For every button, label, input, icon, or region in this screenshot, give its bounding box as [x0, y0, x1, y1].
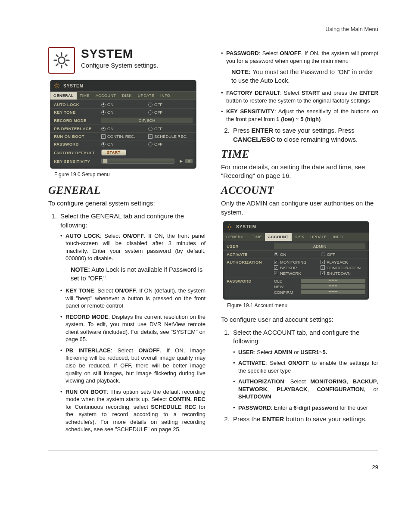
slider — [101, 159, 174, 164]
row-label: USER — [227, 244, 271, 249]
pwd-field: ****** — [301, 290, 365, 294]
row-label: AUTO LOCK — [54, 102, 99, 107]
note-auto-lock: NOTE: Auto Lock is not available if Pass… — [71, 266, 206, 283]
opt-on: ON — [107, 110, 113, 115]
row-label: RUN ON BOOT — [54, 134, 99, 139]
account-lead: To configure user and account settings: — [221, 315, 378, 324]
tab-disk: DISK — [119, 92, 135, 100]
pwd-field: ****** — [301, 284, 365, 289]
opt-off: OFF — [154, 110, 162, 115]
checkbox-icon — [321, 265, 325, 270]
opt-on: ON — [107, 142, 113, 146]
step-text: Select the ACCOUNT tab, and configure th… — [233, 329, 359, 345]
system-gear-icon — [48, 47, 75, 74]
bullet-key-tone: KEY TONE: Select ON/OFF. If ON (default)… — [60, 287, 206, 310]
key-sens-value: 0 — [185, 159, 193, 163]
gear-icon — [227, 224, 233, 230]
opt-off: OFF — [154, 102, 162, 107]
svg-line-7 — [58, 87, 59, 87]
auth-playback: PLAYBACK — [327, 260, 348, 264]
radio-icon — [274, 252, 278, 256]
auth-shutdown: SHUTDOWN — [327, 271, 351, 276]
auth-network: NETWORK — [280, 271, 301, 276]
row-label: KEY SENSITIVITY — [54, 159, 99, 164]
gear-icon — [54, 83, 60, 89]
row-label: FACTORY DEFAULT — [54, 150, 99, 155]
pwd-confirm-label: CONFIRM — [274, 290, 298, 295]
auth-config: CONFIGURATION — [327, 265, 361, 270]
opt-contin: CONTIN. REC. — [107, 134, 135, 139]
tab-update: UPDATE — [135, 92, 157, 100]
tab-time: TIME — [77, 92, 93, 100]
row-label: RECORD MODE — [54, 118, 99, 123]
row-label: PASSWORD — [227, 279, 271, 283]
radio-icon — [101, 103, 106, 107]
tab-update: UPDATE — [307, 233, 330, 241]
screenshot-tabs: GENERAL TIME ACCOUNT DISK UPDATE INFO — [50, 91, 196, 100]
start-button: START — [101, 149, 126, 156]
bullet-run-on-boot: RUN ON BOOT: This option sets the defaul… — [60, 388, 206, 433]
radio-icon — [148, 110, 153, 115]
row-label: PB DEINTERLACE — [54, 126, 99, 131]
svg-line-9 — [55, 87, 56, 87]
pwd-new-label: NEW — [274, 284, 298, 289]
note-password: NOTE: You must set the Password to "ON" … — [231, 68, 378, 85]
checkbox-icon — [321, 260, 325, 264]
radio-icon — [101, 142, 106, 146]
checkbox-icon — [274, 265, 278, 270]
radio-icon — [321, 252, 325, 256]
time-heading: TIME — [221, 148, 378, 160]
bullet-account-password: PASSWORD: Enter a 6-digit password for t… — [233, 404, 378, 412]
row-label: KEY TONE — [54, 110, 99, 115]
checkbox-icon — [101, 134, 106, 139]
running-header: Using the Main Menu — [48, 26, 378, 32]
opt-off: OFF — [154, 142, 162, 146]
figure-19-1-screenshot: SYSTEM GENERAL TIME ACCOUNT DISK UPDATE … — [223, 221, 369, 300]
svg-point-1 — [56, 84, 58, 87]
opt-schedule: SCHEDULE REC. — [154, 134, 187, 139]
account-intro: Only the ADMIN can configure user author… — [221, 199, 378, 217]
checkbox-icon — [274, 260, 278, 264]
bullet-user: USER: Select ADMIN or USER1~5. — [233, 348, 378, 356]
checkbox-icon — [148, 134, 153, 139]
radio-icon — [148, 103, 153, 107]
opt-on: ON — [280, 252, 286, 257]
account-heading: ACCOUNT — [221, 184, 378, 196]
figure-19-0-caption: Figure 19.0 Setup menu — [54, 171, 206, 177]
bullet-password: PASSWORD: Select ON/OFF. If ON, the syst… — [221, 50, 378, 65]
user-value: ADMIN — [274, 243, 365, 249]
time-body: For more details, on setting the date an… — [221, 163, 378, 180]
bullet-pb-interlace: PB INTERLACE: Select ON/OFF. If ON, imag… — [60, 347, 206, 385]
row-label: PASSWORD — [54, 142, 99, 146]
checkbox-icon — [321, 271, 325, 275]
row-label: ACTIVATE — [227, 252, 271, 257]
figure-19-0-screenshot: SYSTEM GENERAL TIME ACCOUNT DISK UPDATE … — [50, 80, 196, 169]
tab-account: ACCOUNT — [93, 92, 119, 100]
checkbox-icon — [274, 271, 278, 275]
general-step-2: Press ENTER to save your settings. Press… — [231, 126, 378, 144]
svg-point-10 — [228, 226, 230, 228]
system-heading: SYSTEM — [81, 47, 158, 61]
bullet-key-sensitivity: KEY SENSITIVITY: Adjust the sensitivity … — [221, 108, 378, 123]
tab-general: GENERAL — [50, 92, 77, 100]
opt-off: OFF — [154, 126, 162, 131]
tab-account: ACCOUNT — [265, 233, 292, 241]
screenshot-tabs: GENERAL TIME ACCOUNT DISK UPDATE INFO — [223, 233, 369, 241]
account-step-2: Press the ENTER button to save your sett… — [231, 415, 378, 423]
tab-info: INFO — [157, 92, 173, 100]
bullet-authorization: AUTHORIZATION: Select MONITORING, BACKUP… — [233, 378, 378, 401]
tab-disk: DISK — [292, 233, 308, 241]
general-heading: GENERAL — [48, 184, 206, 196]
pwd-old-label: OLD — [274, 279, 298, 283]
general-intro: To configure general system settings: — [48, 199, 206, 208]
screenshot-title: SYSTEM — [63, 84, 84, 88]
general-step-1: Select the GENERAL tab and configure the… — [59, 212, 206, 433]
bullet-factory-default: FACTORY DEFAULT: Select START and press … — [221, 89, 378, 104]
auth-monitoring: MONITORING — [280, 260, 307, 264]
page-number: 29 — [48, 464, 378, 470]
footer-rule — [48, 451, 378, 451]
svg-line-8 — [58, 84, 59, 84]
radio-icon — [101, 110, 106, 115]
pwd-field: ****** — [301, 279, 365, 283]
radio-icon — [148, 127, 153, 131]
